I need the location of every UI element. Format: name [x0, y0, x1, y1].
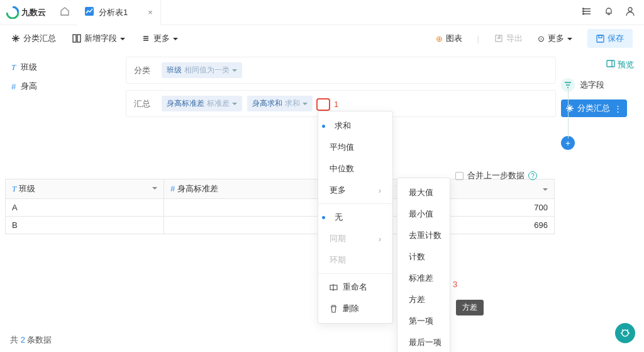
bell-icon[interactable] — [604, 6, 614, 18]
svg-rect-8 — [597, 35, 604, 42]
menu-yoy: 同期› — [318, 228, 392, 249]
result-table: T 班级 # 身高标准差 A 2 700 B 3 696 — [0, 179, 560, 234]
svg-rect-6 — [77, 35, 80, 42]
category-label: 分类 — [134, 65, 162, 76]
pill-sum[interactable]: 身高求和 求和 — [247, 96, 313, 111]
svg-point-1 — [583, 8, 584, 9]
checkbox-icon[interactable] — [455, 172, 464, 180]
tool-more[interactable]: 更多 — [142, 33, 178, 44]
help-icon[interactable]: ? — [528, 171, 537, 180]
svg-point-2 — [583, 11, 584, 12]
menu-mom: 环期 — [318, 249, 392, 271]
svg-point-12 — [622, 330, 628, 336]
brand-logo[interactable]: 九数云 — [0, 6, 52, 19]
annotation-1: 1 — [334, 99, 338, 109]
number-type-icon: # — [11, 82, 16, 91]
svg-rect-9 — [599, 35, 602, 38]
text-type-icon: T — [11, 62, 16, 72]
tool-add-field[interactable]: 新增字段 — [72, 33, 125, 44]
variance-tooltip: 方差 — [456, 300, 484, 315]
merge-previous-checkbox[interactable]: 合并上一步数据 ? — [455, 170, 537, 181]
menu-delete[interactable]: 删除 — [318, 298, 392, 319]
user-icon[interactable] — [625, 6, 635, 18]
chevron-down-icon[interactable] — [232, 66, 237, 75]
tab-label: 分析表1 — [99, 7, 128, 18]
submenu-min[interactable]: 最小值 — [397, 203, 450, 225]
submenu-count[interactable]: 计数 — [397, 246, 450, 268]
tool-summary[interactable]: 分类汇总 — [11, 33, 56, 44]
svg-point-4 — [628, 8, 632, 11]
home-button[interactable] — [52, 6, 77, 18]
submenu-dcount[interactable]: 去重计数 — [397, 225, 450, 246]
list-icon[interactable] — [582, 6, 592, 18]
annotation-3: 3 — [453, 280, 457, 289]
menu-median[interactable]: 中位数 — [318, 158, 392, 179]
table-row: A 2 700 — [6, 199, 555, 217]
menu-avg[interactable]: 平均值 — [318, 137, 392, 158]
more-icon[interactable]: ⋮ — [614, 104, 622, 113]
aggregate-submenu: 最大值 最小值 去重计数 计数 标准差 方差 第一项 最后一项 — [397, 178, 450, 352]
category-row: 分类 班级 相同值为一类 — [126, 57, 556, 84]
summary-label: 汇总 — [134, 98, 162, 110]
submenu-stddev[interactable]: 标准差 — [397, 268, 450, 289]
menu-none[interactable]: 无 — [318, 207, 392, 228]
submenu-first[interactable]: 第一项 — [397, 310, 450, 332]
chevron-down-icon[interactable] — [303, 99, 308, 108]
step-select-field[interactable]: 选字段 — [561, 78, 644, 92]
aggregate-menu: 求和 平均值 中位数 更多› 无 同期› 环期 重命名 删除 — [318, 111, 393, 324]
field-class[interactable]: T 班级 — [11, 58, 114, 77]
title-bar: 九数云 分析表1 × — [0, 0, 644, 25]
table-row: B 3 696 — [6, 217, 555, 234]
col-class[interactable]: T 班级 — [6, 179, 164, 199]
save-button[interactable]: 保存 — [587, 29, 633, 48]
menu-more[interactable]: 更多› — [318, 179, 392, 201]
submenu-last[interactable]: 最后一项 — [397, 332, 450, 352]
menu-rename[interactable]: 重命名 — [318, 276, 392, 298]
toolbar: 分类汇总 新增字段 更多 ⊕图表 | 导出 ⊙更多 保存 — [0, 25, 644, 52]
menu-sum[interactable]: 求和 — [318, 115, 392, 137]
tool-right-more[interactable]: ⊙更多 — [538, 33, 572, 44]
svg-point-3 — [583, 13, 584, 14]
close-icon[interactable]: × — [148, 8, 153, 17]
chevron-down-icon[interactable] — [232, 99, 237, 108]
preview-button[interactable]: 预览 — [556, 59, 644, 71]
step-summary[interactable]: 分类汇总 ⋮ — [561, 99, 644, 117]
analysis-icon — [85, 7, 94, 18]
support-button[interactable] — [615, 323, 635, 343]
svg-rect-10 — [607, 60, 614, 67]
tab-analysis-1[interactable]: 分析表1 × — [77, 0, 161, 25]
submenu-variance[interactable]: 方差 — [397, 289, 450, 310]
pill-stddev[interactable]: 身高标准差 标准差 — [162, 96, 242, 111]
tool-chart[interactable]: ⊕图表 — [436, 33, 462, 44]
steps-panel: 预览 选字段 分类汇总 ⋮ + — [556, 52, 644, 239]
tool-export[interactable]: 导出 — [494, 33, 523, 44]
record-count: 共 2 条数据 — [10, 334, 52, 346]
field-height[interactable]: # 身高 — [11, 77, 114, 96]
submenu-max[interactable]: 最大值 — [397, 182, 450, 203]
svg-rect-5 — [73, 35, 76, 42]
pill-class[interactable]: 班级 相同值为一类 — [162, 62, 242, 78]
